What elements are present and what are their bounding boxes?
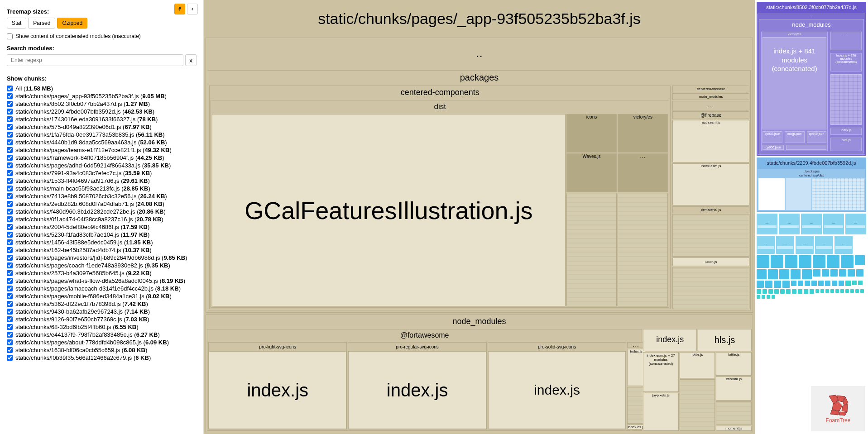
chunk-checkbox[interactable] (7, 332, 13, 338)
chunk-label[interactable]: static/chunks/f480d960.3b1d2282cde272be.… (15, 208, 166, 215)
small-chunk[interactable] (791, 281, 796, 286)
small-chunk[interactable] (774, 289, 779, 294)
chunk-label[interactable]: static/chunks/pages/investors/[id]-b89c2… (15, 254, 187, 261)
small-chunk[interactable] (772, 295, 775, 299)
chunk-checkbox[interactable] (7, 162, 13, 168)
chunk-label[interactable]: static/chunks/f0b39f35.566af12466a2c679.… (15, 354, 151, 361)
small-chunk[interactable]: ... (779, 214, 800, 234)
chunk-label[interactable]: static/chunks/2209.4fbde007bfb3592d.js (… (15, 108, 154, 115)
small-chunk[interactable] (830, 289, 834, 293)
small-chunk[interactable] (815, 289, 819, 293)
small-chunk[interactable] (798, 289, 802, 294)
chunk-checkbox[interactable] (7, 316, 13, 322)
chunk-checkbox[interactable] (7, 139, 13, 145)
chunk-checkbox[interactable] (7, 109, 13, 114)
chunk-label[interactable]: static/chunks/1638-fdf06ca0cb55c659.js (… (15, 347, 147, 353)
small-chunk[interactable] (839, 281, 844, 286)
chunk-checkbox[interactable] (7, 132, 13, 138)
chunk-label[interactable]: static/chunks/pages/what-is-flow-d6a526a… (15, 277, 185, 284)
chunk-checkbox[interactable] (7, 339, 13, 345)
chunk-checkbox[interactable] (7, 124, 13, 130)
small-chunk[interactable]: ... (801, 214, 822, 234)
small-chunk[interactable] (813, 255, 825, 268)
chunk-label[interactable]: All (11.58 MB) (15, 85, 53, 92)
small-chunk[interactable] (782, 281, 790, 288)
chunk-checkbox[interactable] (7, 178, 13, 184)
small-chunk[interactable] (830, 269, 838, 277)
small-chunk[interactable] (804, 289, 808, 294)
small-chunk[interactable] (757, 255, 769, 268)
small-chunk[interactable]: ... (845, 214, 866, 234)
chunk-label[interactable]: static/chunks/8502.3f0cb077bb2a437d.js (… (15, 100, 150, 107)
show-concatenated-checkbox[interactable] (7, 33, 13, 39)
small-chunk[interactable] (850, 289, 854, 293)
chunk-checkbox[interactable] (7, 270, 13, 276)
show-concatenated-label[interactable]: Show content of concatenated modules (in… (15, 33, 141, 39)
small-chunk[interactable] (802, 269, 812, 279)
small-chunk[interactable] (774, 281, 781, 288)
small-chunk[interactable] (845, 281, 851, 286)
small-chunk[interactable] (762, 295, 765, 299)
small-chunk[interactable] (825, 289, 829, 293)
treemap-side[interactable]: static/chunks/8502.3f0cb077bb2a437d.js .… (755, 0, 868, 434)
small-chunk[interactable] (848, 269, 855, 277)
chunk-label[interactable]: static/chunks/5362-df22ec1f7b78398d.js (… (15, 300, 148, 307)
small-chunk[interactable] (841, 255, 854, 268)
chunk-checkbox[interactable] (7, 216, 13, 222)
chunk-label[interactable]: static/chunks/2edb282b.608d0f7a04dfab71.… (15, 200, 164, 207)
small-chunk[interactable] (768, 289, 773, 294)
small-chunk[interactable] (811, 281, 817, 286)
chunk-checkbox[interactable] (7, 209, 13, 215)
small-chunk[interactable] (767, 295, 770, 299)
small-chunk[interactable] (791, 269, 801, 279)
chunk-checkbox[interactable] (7, 286, 13, 291)
treemap-main[interactable]: static/chunks/pages/_app-93f505235b52ba3… (204, 0, 755, 434)
chunk-checkbox[interactable] (7, 262, 13, 268)
clear-search-button[interactable]: x (185, 54, 197, 66)
small-chunk[interactable] (757, 295, 760, 299)
small-chunk[interactable]: ... (776, 236, 794, 254)
small-chunk[interactable] (856, 269, 863, 277)
size-stat-button[interactable]: Stat (7, 18, 26, 29)
chunk-label[interactable]: static/chunks/e44137f9-798f7b2af833485e.… (15, 331, 160, 338)
small-chunk[interactable] (832, 281, 837, 286)
chunk-checkbox[interactable] (7, 347, 13, 353)
small-chunk[interactable] (780, 289, 785, 294)
chunk-label[interactable]: static/chunks/9430-ba62afb29e967243.js (… (15, 308, 150, 315)
pin-button[interactable] (174, 4, 185, 14)
small-chunk[interactable] (757, 269, 767, 279)
chunk-label[interactable]: static/chunks/pages/about-778ddfd4b098c8… (15, 339, 169, 346)
chunk-label[interactable]: static/chunks/1456-43f588e5dedc0459.js (… (15, 239, 153, 246)
small-chunk[interactable] (805, 281, 810, 286)
chunk-label[interactable]: static/chunks/2004-5def80eb9fc4686f.js (… (15, 224, 149, 230)
small-chunk[interactable] (852, 281, 857, 285)
chunk-label[interactable]: static/chunks/1533-ff4f04697ad917d6.js (… (15, 177, 150, 184)
small-chunk[interactable] (765, 281, 772, 288)
small-chunk[interactable] (827, 255, 839, 268)
foamtree-logo[interactable]: FoamTree (811, 386, 865, 431)
small-chunk[interactable] (858, 281, 863, 285)
small-chunk[interactable] (835, 289, 839, 293)
chunk-checkbox[interactable] (7, 278, 13, 284)
chunk-checkbox[interactable] (7, 147, 13, 153)
small-chunk[interactable] (768, 269, 778, 279)
chunk-checkbox[interactable] (7, 101, 13, 107)
small-chunk[interactable] (786, 289, 791, 294)
collapse-button[interactable] (187, 4, 198, 14)
chunk-label[interactable]: static/chunks/pages/iamacoach-d314f1e6df… (15, 285, 181, 292)
chunk-label[interactable]: static/chunks/68-32bd6fb25f4ffb60.js (6.… (15, 324, 139, 330)
chunk-label[interactable]: static/chunks/9126-90f7e650cb77369c.js (… (15, 316, 149, 323)
chunk-checkbox[interactable] (7, 255, 13, 261)
chunk-label[interactable]: static/chunks/pages/_app-93f505235b52ba3… (15, 93, 167, 100)
small-chunk[interactable] (820, 289, 824, 293)
size-parsed-button[interactable]: Parsed (28, 18, 55, 29)
small-chunk[interactable] (799, 255, 811, 268)
chunk-checkbox[interactable] (7, 247, 13, 253)
small-chunk[interactable]: ... (757, 214, 777, 234)
chunk-label[interactable]: static/chunks/7991-93a4c083c7efec7c.js (… (15, 170, 152, 176)
small-chunk[interactable] (839, 269, 846, 277)
chunk-checkbox[interactable] (7, 309, 13, 315)
chunk-label[interactable]: static/chunks/162-be45b2587ad4db74.js (1… (15, 247, 152, 253)
chunk-label[interactable]: static/chunks/2573-b4a3097e5685b645.js (… (15, 270, 152, 277)
small-chunk[interactable] (840, 289, 844, 293)
